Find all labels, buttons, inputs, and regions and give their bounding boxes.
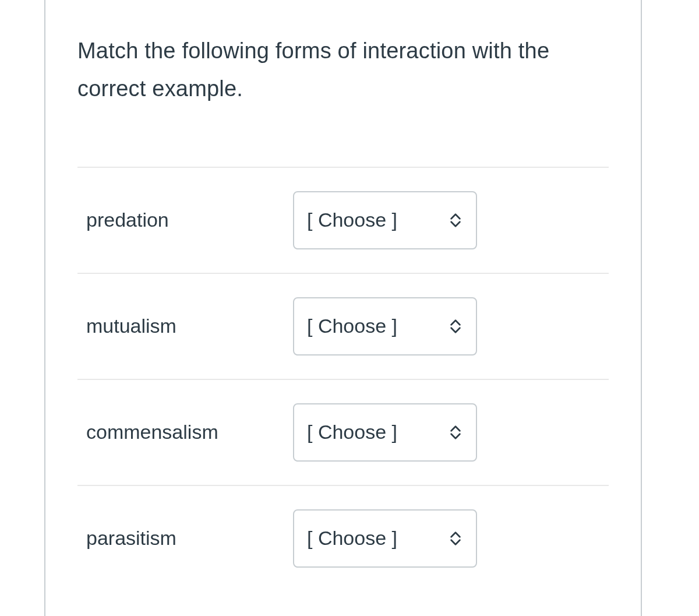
- select-commensalism[interactable]: [ Choose ]: [293, 403, 477, 462]
- select-predation[interactable]: [ Choose ]: [293, 191, 477, 249]
- select-mutualism[interactable]: [ Choose ]: [293, 297, 477, 355]
- match-row-parasitism: parasitism [ Choose ]: [77, 485, 609, 591]
- chevron-updown-icon: [448, 212, 463, 229]
- match-label: predation: [86, 209, 293, 231]
- chevron-updown-icon: [448, 318, 463, 335]
- chevron-updown-icon: [448, 530, 463, 547]
- question-card: Match the following forms of interaction…: [44, 0, 642, 616]
- match-list: predation [ Choose ] mutualism [ Choose …: [77, 167, 609, 591]
- match-row-mutualism: mutualism [ Choose ]: [77, 273, 609, 379]
- match-label: commensalism: [86, 421, 293, 443]
- select-placeholder: [ Choose ]: [307, 421, 448, 443]
- select-placeholder: [ Choose ]: [307, 315, 448, 337]
- select-placeholder: [ Choose ]: [307, 527, 448, 550]
- match-row-commensalism: commensalism [ Choose ]: [77, 379, 609, 485]
- chevron-updown-icon: [448, 424, 463, 441]
- quiz-page: Match the following forms of interaction…: [0, 0, 699, 616]
- match-label: parasitism: [86, 527, 293, 550]
- select-placeholder: [ Choose ]: [307, 209, 448, 231]
- match-row-predation: predation [ Choose ]: [77, 167, 609, 273]
- question-prompt: Match the following forms of interaction…: [77, 32, 609, 108]
- match-label: mutualism: [86, 315, 293, 337]
- select-parasitism[interactable]: [ Choose ]: [293, 509, 477, 568]
